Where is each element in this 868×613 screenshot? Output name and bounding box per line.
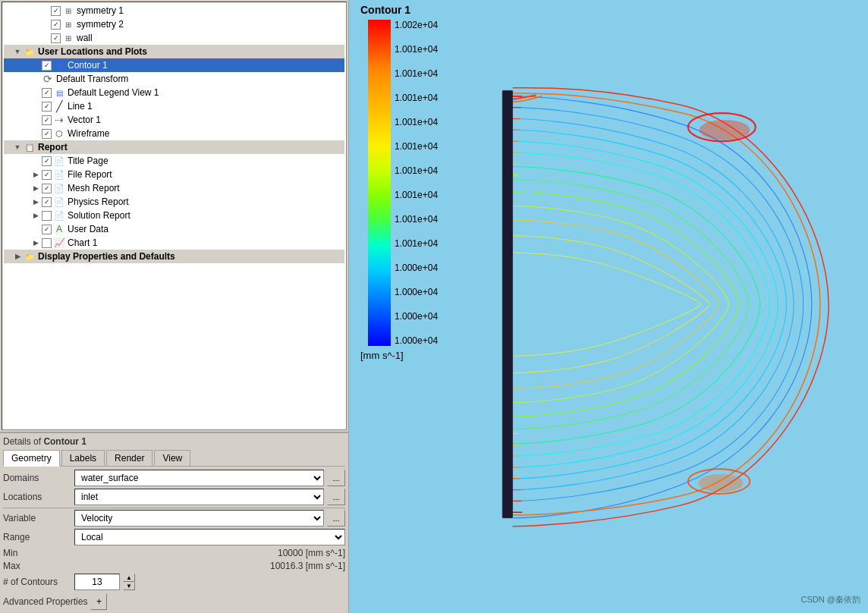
max-row: Max 10016.3 [mm s^-1] — [3, 561, 345, 571]
tree-item-file-report[interactable]: ▶ 📄 File Report — [4, 168, 344, 181]
variable-select[interactable]: Velocity — [74, 510, 324, 527]
spin-up-button[interactable]: ▲ — [123, 574, 135, 582]
tab-geometry[interactable]: Geometry — [3, 450, 60, 467]
advanced-row: Advanced Properties + — [3, 593, 345, 610]
expand-icon-user-locations[interactable]: ▼ — [13, 47, 22, 56]
checkbox-wireframe[interactable] — [42, 129, 52, 139]
tree-item-vector1[interactable]: ⇢ Vector 1 — [4, 113, 344, 127]
mesh-icon: ⊞ — [62, 5, 74, 17]
left-panel: ⊞ symmetry 1 ⊞ symmetry 2 ⊞ wall ▼ 📁 — [0, 0, 349, 613]
legend-val-0: 1.002e+04 — [395, 20, 438, 30]
contours-input[interactable]: 13 — [74, 574, 120, 590]
domains-select[interactable]: water_surface — [74, 470, 324, 486]
mesh-icon3: ⊞ — [62, 32, 74, 44]
checkbox-contour1[interactable] — [42, 61, 52, 71]
mesh-icon2: ⊞ — [62, 18, 74, 30]
divider1 — [3, 508, 345, 508]
line-icon: ╱ — [53, 100, 65, 112]
expand-icon-chart1[interactable]: ▶ — [31, 238, 40, 247]
legend-val-5: 1.001e+04 — [395, 141, 438, 152]
domains-dots-button[interactable]: ... — [327, 470, 345, 486]
checkbox-mesh-report[interactable] — [42, 184, 52, 193]
range-select[interactable]: Local — [74, 529, 345, 545]
tab-view[interactable]: View — [154, 450, 190, 466]
tree-item-default-transform[interactable]: ⟳ Default Transform — [4, 72, 344, 86]
tree-item-wireframe[interactable]: ⬡ Wireframe — [4, 127, 344, 140]
checkbox-symmetry1[interactable] — [51, 6, 61, 16]
tree-item-default-legend[interactable]: ▤ Default Legend View 1 — [4, 86, 344, 99]
tree-item-symmetry2[interactable]: ⊞ symmetry 2 — [4, 17, 344, 31]
checkbox-default-legend[interactable] — [42, 88, 52, 98]
tree-label-user-locations: User Locations and Plots — [38, 46, 147, 57]
tree-section-report[interactable]: ▼ 📋 Report — [4, 140, 344, 154]
expand-placeholder — [31, 115, 40, 124]
range-select-wrapper[interactable]: Local — [74, 529, 345, 545]
expand-placeholder — [31, 156, 40, 165]
contour-icon: ▦ — [53, 59, 65, 71]
legend-val-11: 1.000e+04 — [395, 287, 438, 297]
tree-label-symmetry1: symmetry 1 — [77, 5, 124, 16]
checkbox-solution-report[interactable] — [42, 211, 52, 221]
checkbox-chart1[interactable] — [42, 238, 52, 248]
svg-point-3 — [700, 120, 750, 140]
expand-placeholder — [40, 20, 49, 29]
tree-label-default-legend: Default Legend View 1 — [68, 87, 159, 98]
tree-label-solution-report: Solution Report — [68, 210, 131, 221]
locations-select-wrapper[interactable]: inlet — [74, 489, 324, 505]
max-value: 10016.3 [mm s^-1] — [71, 561, 345, 571]
tree-item-solution-report[interactable]: ▶ 📄 Solution Report — [4, 209, 344, 222]
domains-select-wrapper[interactable]: water_surface — [74, 470, 324, 486]
expand-icon-report[interactable]: ▼ — [13, 143, 22, 152]
variable-dots-button[interactable]: ... — [327, 510, 345, 527]
tree-item-wall[interactable]: ⊞ wall — [4, 31, 344, 45]
tree-section-display-props[interactable]: ▶ 📁 Display Properties and Defaults — [4, 250, 344, 263]
min-value: 10000 [mm s^-1] — [71, 548, 345, 558]
expand-icon-physics-report[interactable]: ▶ — [31, 197, 40, 206]
expand-placeholder — [31, 74, 40, 83]
legend-val-1: 1.001e+04 — [395, 44, 438, 55]
tree-item-chart1[interactable]: ▶ 📈 Chart 1 — [4, 236, 344, 250]
tab-render[interactable]: Render — [106, 450, 153, 466]
checkbox-user-data[interactable] — [42, 225, 52, 234]
tree-item-user-data[interactable]: A User Data — [4, 222, 344, 236]
checkbox-symmetry2[interactable] — [51, 20, 61, 30]
checkbox-physics-report[interactable] — [42, 197, 52, 207]
checkbox-title-page[interactable] — [42, 156, 52, 166]
tree-item-contour1[interactable]: ▦ Contour 1 — [4, 58, 344, 72]
tree-label-line1: Line 1 — [68, 101, 93, 112]
locations-dots-button[interactable]: ... — [327, 489, 345, 505]
tree-item-title-page[interactable]: 📄 Title Page — [4, 154, 344, 168]
expand-placeholder — [31, 129, 40, 138]
tree-area[interactable]: ⊞ symmetry 1 ⊞ symmetry 2 ⊞ wall ▼ 📁 — [2, 2, 347, 430]
spin-down-button[interactable]: ▼ — [123, 582, 135, 590]
tree-label-title-page: Title Page — [68, 156, 108, 166]
checkbox-wall[interactable] — [51, 33, 61, 43]
locations-label: Locations — [3, 492, 71, 502]
expand-icon-file-report[interactable]: ▶ — [31, 170, 40, 179]
expand-icon-display-props[interactable]: ▶ — [13, 252, 22, 261]
tree-item-mesh-report[interactable]: ▶ 📄 Mesh Report — [4, 181, 344, 195]
tree-item-symmetry1[interactable]: ⊞ symmetry 1 — [4, 4, 344, 17]
tree-section-user-locations[interactable]: ▼ 📁 User Locations and Plots — [4, 45, 344, 58]
variable-select-wrapper[interactable]: Velocity — [74, 510, 324, 527]
range-row: Range Local — [3, 529, 345, 545]
tree-item-line1[interactable]: ╱ Line 1 — [4, 99, 344, 113]
expand-icon-solution-report[interactable]: ▶ — [31, 211, 40, 220]
tree-label-wireframe: Wireframe — [68, 128, 109, 139]
expand-icon-mesh-report[interactable]: ▶ — [31, 184, 40, 193]
expand-placeholder — [31, 61, 40, 70]
locations-select[interactable]: inlet — [74, 489, 324, 505]
contours-label: # of Contours — [3, 577, 71, 587]
contours-row: # of Contours 13 ▲ ▼ — [3, 574, 345, 590]
checkbox-vector1[interactable] — [42, 115, 52, 125]
tree-label-wall: wall — [77, 33, 93, 43]
tab-labels[interactable]: Labels — [61, 450, 105, 466]
legend-val-8: 1.001e+04 — [395, 214, 438, 225]
expand-placeholder — [40, 6, 49, 15]
advanced-expand-button[interactable]: + — [90, 593, 107, 610]
tree-item-physics-report[interactable]: ▶ 📄 Physics Report — [4, 195, 344, 209]
legend-val-6: 1.001e+04 — [395, 165, 438, 176]
checkbox-file-report[interactable] — [42, 170, 52, 180]
checkbox-line1[interactable] — [42, 102, 52, 112]
report-item-icon4: 📄 — [53, 196, 65, 208]
